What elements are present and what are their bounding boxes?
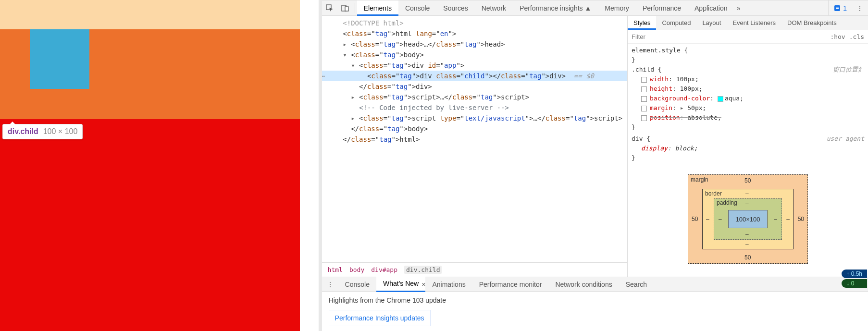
tooltip-dimensions: 100 × 100 [43, 127, 78, 136]
svg-rect-2 [345, 7, 348, 11]
styles-tab-layout[interactable]: Layout [696, 16, 727, 30]
elements-panel: <!DOCTYPE html> <class="tag">html lang="… [322, 16, 628, 277]
child-element[interactable] [30, 29, 89, 89]
styles-filter-input[interactable] [632, 33, 826, 40]
styles-tab-computed[interactable]: Computed [656, 16, 696, 30]
drawer-tab-performance-monitor[interactable]: Performance monitor [472, 277, 549, 292]
tab-elements[interactable]: Elements [357, 0, 398, 16]
rendered-page: div.child 100 × 100 [0, 0, 260, 331]
dom-line[interactable]: <class="tag">html lang="en"> [322, 28, 627, 39]
css-decl[interactable]: height: 100px; [632, 84, 864, 94]
svg-rect-4 [836, 7, 839, 8]
drawer-tab-search[interactable]: Search [619, 277, 654, 292]
dom-line[interactable]: ▸ <class="tag">head>…</class="tag">head> [322, 39, 627, 49]
dom-line[interactable]: ▾ <class="tag">body> [322, 49, 627, 60]
inspect-tooltip: div.child 100 × 100 [2, 124, 83, 139]
hov-toggle[interactable]: :hov [830, 33, 845, 40]
css-decl[interactable]: position: absolute; [632, 113, 864, 123]
dom-line[interactable]: <!-- Code injected by live-server --> [322, 102, 627, 113]
devtools-drawer: ⋮ ConsoleWhat's New×AnimationsPerformanc… [322, 277, 868, 331]
tooltip-selector: div.child [8, 127, 38, 136]
tab-application[interactable]: Application [688, 0, 734, 16]
device-toolbar-icon[interactable] [337, 0, 353, 16]
dom-line[interactable]: </class="tag">div> [322, 81, 627, 92]
devtools-tabstrip: ElementsConsoleSourcesNetworkPerformance… [322, 0, 868, 16]
whats-new-card[interactable]: Performance Insights updates [329, 310, 431, 326]
close-icon[interactable]: × [422, 281, 425, 288]
dom-line[interactable]: <class="tag">div class="child"></class="… [322, 71, 627, 81]
breadcrumb[interactable]: htmlbodydiv#appdiv.child [322, 262, 627, 277]
breadcrumb-item[interactable]: body [349, 266, 364, 273]
perf-pill: ↑ 0.5h ↓ 0 [842, 270, 867, 288]
drawer-tabstrip: ⋮ ConsoleWhat's New×AnimationsPerformanc… [322, 277, 868, 292]
drawer-tab-network-conditions[interactable]: Network conditions [548, 277, 619, 292]
tab-sources[interactable]: Sources [436, 0, 474, 16]
styles-filter-row: :hov .cls [628, 30, 868, 44]
tab-memory[interactable]: Memory [598, 0, 636, 16]
box-model[interactable]: 100×100 margin border padding 50 50 50 5… [628, 165, 868, 267]
tab-network[interactable]: Network [475, 0, 513, 16]
dom-line[interactable]: ▸ <class="tag">script>…</class="tag">scr… [322, 92, 627, 102]
inspect-element-icon[interactable] [322, 0, 337, 16]
styles-tab-dom[interactable]: DOM Breakpoints [781, 16, 843, 30]
css-rules[interactable]: element.style { } .child { 窗口位置纟 width: … [628, 44, 868, 165]
css-decl[interactable]: background-color: aqua; [632, 94, 864, 103]
drawer-tab-what-s-new[interactable]: What's New [376, 276, 425, 292]
dom-line[interactable]: </class="tag">body> [322, 123, 627, 134]
breadcrumb-item[interactable]: div.child [404, 266, 442, 274]
breadcrumb-item[interactable]: div#app [371, 266, 397, 273]
devtools-panel: ElementsConsoleSourcesNetworkPerformance… [322, 0, 868, 331]
issues-counter[interactable]: 1 [828, 0, 852, 16]
styles-tab-styles[interactable]: Styles [628, 16, 656, 30]
drawer-tab-animations[interactable]: Animations [425, 277, 472, 292]
dom-line[interactable]: ▸ <class="tag">script type="text/javascr… [322, 113, 627, 123]
dom-line[interactable]: <!DOCTYPE html> [322, 18, 627, 28]
styles-pane: StylesComputedLayoutEvent ListenersDOM B… [628, 16, 868, 277]
cls-toggle[interactable]: .cls [849, 33, 864, 40]
dom-tree[interactable]: <!DOCTYPE html> <class="tag">html lang="… [322, 16, 627, 262]
drawer-tab-console[interactable]: Console [338, 277, 376, 292]
tab-console[interactable]: Console [398, 0, 436, 16]
breadcrumb-item[interactable]: html [328, 266, 343, 273]
whats-new-headline: Highlights from the Chrome 103 update [329, 296, 861, 304]
styles-tabstrip: StylesComputedLayoutEvent ListenersDOM B… [628, 16, 868, 30]
dom-line[interactable]: </class="tag">html> [322, 134, 627, 145]
styles-tab-event[interactable]: Event Listeners [727, 16, 781, 30]
body-overlay [0, 119, 300, 331]
margin-overlay [0, 0, 300, 29]
dom-line[interactable]: ▾ <class="tag">div id="app"> [322, 60, 627, 71]
tabs-overflow-icon[interactable]: » [734, 4, 743, 12]
tab-performance[interactable]: Performance insights ▲ [513, 0, 598, 16]
css-decl[interactable]: width: 100px; [632, 74, 864, 84]
svg-rect-5 [836, 8, 839, 9]
css-decl[interactable]: margin: ▸ 50px; [632, 103, 864, 113]
drawer-menu-icon[interactable]: ⋮ [322, 281, 338, 288]
devtools-menu-icon[interactable]: ⋮ [852, 4, 868, 12]
tab-performance[interactable]: Performance [636, 0, 688, 16]
